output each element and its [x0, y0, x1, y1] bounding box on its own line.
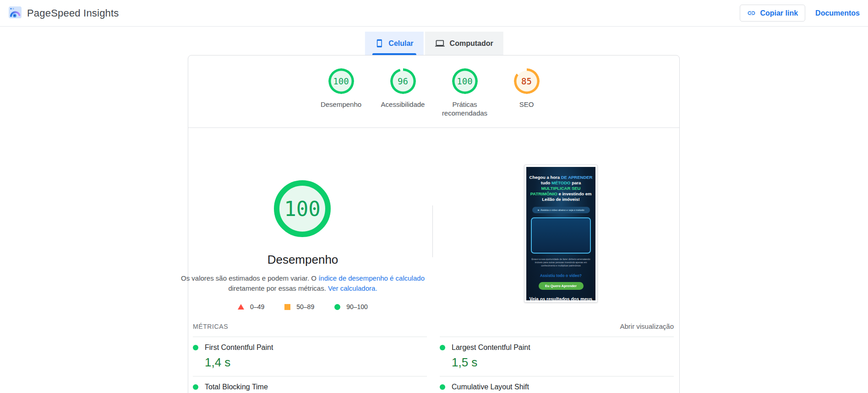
metric-fcp: First Contentful Paint 1,4 s — [193, 337, 427, 376]
metric-tbt: Total Blocking Time — [193, 376, 427, 393]
legend-range: 50–89 — [296, 303, 314, 310]
metrics-header: MÉTRICAS Abrir visualização — [193, 322, 674, 332]
laptop-icon — [435, 39, 445, 48]
gauge-score: 100 — [452, 68, 478, 94]
copy-link-label: Copiar link — [760, 9, 798, 17]
link-icon — [747, 9, 756, 17]
headline-part: DE APRENDER — [561, 175, 593, 180]
app-header: PageSpeed Insights Copiar link Documento… — [0, 0, 868, 27]
metric-name: Cumulative Layout Shift — [452, 383, 529, 391]
headline-part: tudo — [541, 180, 551, 185]
red-triangle-icon — [238, 304, 244, 310]
performance-index-link[interactable]: índice de desempenho é calculado — [318, 274, 425, 282]
legend-good: 90–100 — [334, 303, 368, 310]
thumbnail-content: Chegou a hora DE APRENDER tudo MÉTODO pa… — [526, 167, 595, 300]
thumbnail-body-text: Essa é a sua oportunidade de fazer dinhe… — [530, 258, 592, 267]
score-best-practices[interactable]: 100 Práticas recomendadas — [434, 68, 496, 117]
legend-fail: 0–49 — [238, 303, 264, 310]
performance-main-gauge: 100 — [274, 180, 331, 237]
score-performance[interactable]: 100 Desempenho — [310, 68, 372, 117]
metric-cls: Cumulative Layout Shift — [440, 376, 674, 393]
accessibility-gauge: 96 — [390, 68, 416, 94]
orange-square-icon — [284, 304, 290, 310]
thumbnail-headline: Chegou a hora DE APRENDER tudo MÉTODO pa… — [526, 167, 595, 202]
gauge-label: Práticas recomendadas — [439, 100, 491, 117]
thumbnail-footer: Veja os resultados dos meus alunos — [528, 297, 594, 300]
green-dot-icon — [193, 384, 198, 390]
report-card: 100 Desempenho 96 Acessibilidade 100 Pr — [188, 55, 680, 393]
score-seo[interactable]: 85 SEO — [496, 68, 557, 117]
tab-mobile[interactable]: Celular — [365, 32, 423, 55]
thumbnail-question: Assistiu todo o vídeo? — [526, 273, 595, 278]
gauge-score: 85 — [514, 68, 540, 94]
legend-average: 50–89 — [284, 303, 314, 310]
smartphone-icon — [375, 39, 383, 48]
performance-main-score: 100 — [284, 197, 320, 221]
green-dot-icon — [193, 345, 198, 350]
metrics-section: MÉTRICAS Abrir visualização First Conten… — [188, 322, 679, 393]
metric-name: Total Blocking Time — [205, 383, 268, 391]
description-text: diretamente por essas métricas. — [228, 284, 328, 292]
pagespeed-insights-page: PageSpeed Insights Copiar link Documento… — [0, 0, 868, 393]
headline-part: Chegou a hora — [530, 175, 561, 180]
metric-value: 1,5 s — [452, 355, 674, 370]
green-dot-icon — [440, 345, 445, 350]
thumbnail-video-placeholder — [531, 217, 591, 254]
score-legend: 0–49 50–89 90–100 — [188, 303, 417, 310]
pagespeed-logo-icon — [8, 6, 22, 21]
gauge-score: 96 — [390, 68, 416, 94]
copy-link-button[interactable]: Copiar link — [740, 5, 805, 22]
headline-part: MÉTODO — [551, 180, 571, 185]
calculator-link[interactable]: Ver calculadora. — [328, 284, 377, 292]
metric-value: 1,4 s — [205, 355, 427, 370]
documentation-link[interactable]: Documentos — [815, 9, 860, 17]
legend-range: 0–49 — [250, 303, 264, 310]
metrics-grid: First Contentful Paint 1,4 s Largest Con… — [193, 337, 674, 393]
legend-range: 90–100 — [346, 303, 368, 310]
gauge-score: 100 — [328, 68, 354, 94]
gauge-label: Acessibilidade — [377, 100, 429, 109]
metric-name: Largest Contentful Paint — [452, 343, 530, 352]
metric-lcp: Largest Contentful Paint 1,5 s — [440, 337, 674, 376]
metric-name: First Contentful Paint — [205, 343, 273, 352]
tab-desktop[interactable]: Computador — [425, 32, 503, 55]
seo-gauge: 85 — [514, 68, 540, 94]
app-title: PageSpeed Insights — [27, 7, 119, 19]
best-practices-gauge: 100 — [452, 68, 478, 94]
thumbnail-cta-button: Eu Quero Aprender — [539, 282, 584, 290]
tab-mobile-label: Celular — [388, 39, 413, 48]
performance-gauge: 100 — [328, 68, 354, 94]
app-logo[interactable]: PageSpeed Insights — [8, 6, 119, 21]
performance-description: Os valores são estimados e podem variar.… — [170, 273, 436, 293]
gauge-label: Desempenho — [316, 100, 367, 109]
category-scores-row: 100 Desempenho 96 Acessibilidade 100 Pr — [188, 68, 679, 117]
section-divider — [188, 127, 679, 128]
green-circle-icon — [334, 304, 340, 310]
gauge-label: SEO — [501, 100, 552, 109]
metrics-section-label: MÉTRICAS — [193, 323, 228, 330]
headline-part: para — [571, 180, 581, 185]
tab-desktop-label: Computador — [450, 39, 493, 48]
thumbnail-video-cta: ► Assista o vídeo abaixo e veja o método — [532, 207, 590, 213]
performance-section-title: Desempenho — [188, 253, 417, 267]
description-text: Os valores são estimados e podem variar.… — [181, 274, 318, 282]
score-accessibility[interactable]: 96 Acessibilidade — [372, 68, 434, 117]
green-dot-icon — [440, 384, 445, 390]
device-tabs: Celular Computador — [365, 32, 503, 55]
open-preview-link[interactable]: Abrir visualização — [620, 322, 674, 330]
header-actions: Copiar link Documentos — [740, 5, 860, 22]
column-divider — [432, 205, 433, 257]
page-preview-thumbnail[interactable]: Chegou a hora DE APRENDER tudo MÉTODO pa… — [524, 165, 598, 303]
